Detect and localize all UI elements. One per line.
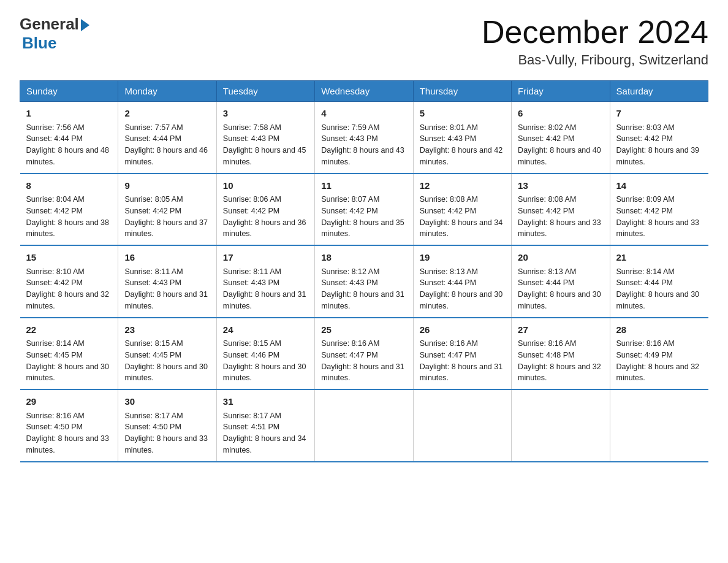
calendar-cell: 20Sunrise: 8:13 AMSunset: 4:44 PMDayligh… [512, 245, 610, 318]
day-number: 21 [616, 251, 702, 265]
calendar-cell: 30Sunrise: 8:17 AMSunset: 4:50 PMDayligh… [118, 389, 216, 462]
day-number: 1 [26, 107, 112, 121]
logo: General Blue [20, 15, 89, 53]
day-number: 26 [420, 323, 505, 337]
calendar-cell: 15Sunrise: 8:10 AMSunset: 4:42 PMDayligh… [20, 245, 118, 318]
calendar-cell: 10Sunrise: 8:06 AMSunset: 4:42 PMDayligh… [216, 174, 314, 246]
day-info: Sunrise: 8:13 AMSunset: 4:44 PMDaylight:… [420, 267, 503, 310]
day-info: Sunrise: 7:56 AMSunset: 4:44 PMDaylight:… [26, 123, 110, 166]
day-info: Sunrise: 8:16 AMSunset: 4:47 PMDaylight:… [420, 339, 503, 382]
day-number: 17 [223, 251, 308, 265]
day-info: Sunrise: 7:58 AMSunset: 4:43 PMDaylight:… [223, 123, 306, 166]
header-wednesday: Wednesday [315, 81, 413, 102]
day-info: Sunrise: 8:16 AMSunset: 4:48 PMDaylight:… [518, 339, 601, 382]
day-number: 31 [223, 395, 308, 409]
day-number: 9 [124, 179, 210, 193]
calendar-cell: 5Sunrise: 8:01 AMSunset: 4:43 PMDaylight… [413, 102, 511, 174]
calendar-cell [512, 389, 610, 462]
calendar-cell: 11Sunrise: 8:07 AMSunset: 4:42 PMDayligh… [315, 174, 413, 246]
calendar-cell: 6Sunrise: 8:02 AMSunset: 4:42 PMDaylight… [512, 102, 610, 174]
calendar-cell: 3Sunrise: 7:58 AMSunset: 4:43 PMDaylight… [216, 102, 314, 174]
logo-blue-text: Blue [22, 34, 56, 53]
day-number: 8 [26, 179, 112, 193]
day-info: Sunrise: 8:07 AMSunset: 4:42 PMDaylight:… [321, 195, 404, 238]
location-title: Bas-Vully, Fribourg, Switzerland [482, 52, 708, 68]
day-info: Sunrise: 8:10 AMSunset: 4:42 PMDaylight:… [26, 267, 110, 310]
day-number: 30 [124, 395, 210, 409]
day-number: 19 [420, 251, 505, 265]
week-row-1: 1Sunrise: 7:56 AMSunset: 4:44 PMDaylight… [20, 102, 708, 174]
month-title: December 2024 [482, 15, 708, 50]
calendar-cell [315, 389, 413, 462]
day-info: Sunrise: 8:06 AMSunset: 4:42 PMDaylight:… [223, 195, 306, 238]
day-info: Sunrise: 8:12 AMSunset: 4:43 PMDaylight:… [321, 267, 404, 310]
header-sunday: Sunday [20, 81, 118, 102]
week-row-3: 15Sunrise: 8:10 AMSunset: 4:42 PMDayligh… [20, 245, 708, 318]
calendar-cell: 13Sunrise: 8:08 AMSunset: 4:42 PMDayligh… [512, 174, 610, 246]
week-row-2: 8Sunrise: 8:04 AMSunset: 4:42 PMDaylight… [20, 174, 708, 246]
calendar-cell: 29Sunrise: 8:16 AMSunset: 4:50 PMDayligh… [20, 389, 118, 462]
day-info: Sunrise: 8:16 AMSunset: 4:47 PMDaylight:… [321, 339, 404, 382]
day-info: Sunrise: 7:59 AMSunset: 4:43 PMDaylight:… [321, 123, 404, 166]
day-info: Sunrise: 8:08 AMSunset: 4:42 PMDaylight:… [420, 195, 503, 238]
day-number: 15 [26, 251, 112, 265]
day-info: Sunrise: 8:15 AMSunset: 4:45 PMDaylight:… [124, 339, 208, 382]
day-info: Sunrise: 8:09 AMSunset: 4:42 PMDaylight:… [616, 195, 700, 238]
calendar-cell: 17Sunrise: 8:11 AMSunset: 4:43 PMDayligh… [216, 245, 314, 318]
day-number: 14 [616, 179, 702, 193]
calendar-cell: 21Sunrise: 8:14 AMSunset: 4:44 PMDayligh… [610, 245, 708, 318]
title-section: December 2024 Bas-Vully, Fribourg, Switz… [482, 15, 708, 68]
calendar-cell: 24Sunrise: 8:15 AMSunset: 4:46 PMDayligh… [216, 318, 314, 390]
day-number: 13 [518, 179, 603, 193]
calendar-cell: 22Sunrise: 8:14 AMSunset: 4:45 PMDayligh… [20, 318, 118, 390]
day-number: 23 [124, 323, 210, 337]
day-number: 7 [616, 107, 702, 121]
calendar-cell: 25Sunrise: 8:16 AMSunset: 4:47 PMDayligh… [315, 318, 413, 390]
day-number: 24 [223, 323, 308, 337]
calendar-cell: 4Sunrise: 7:59 AMSunset: 4:43 PMDaylight… [315, 102, 413, 174]
calendar-cell: 2Sunrise: 7:57 AMSunset: 4:44 PMDaylight… [118, 102, 216, 174]
day-info: Sunrise: 8:08 AMSunset: 4:42 PMDaylight:… [518, 195, 601, 238]
day-number: 6 [518, 107, 603, 121]
day-number: 4 [321, 107, 406, 121]
day-number: 5 [420, 107, 505, 121]
day-number: 22 [26, 323, 112, 337]
calendar-cell: 9Sunrise: 8:05 AMSunset: 4:42 PMDaylight… [118, 174, 216, 246]
day-number: 29 [26, 395, 112, 409]
calendar-cell: 1Sunrise: 7:56 AMSunset: 4:44 PMDaylight… [20, 102, 118, 174]
calendar-cell: 26Sunrise: 8:16 AMSunset: 4:47 PMDayligh… [413, 318, 511, 390]
day-info: Sunrise: 8:17 AMSunset: 4:50 PMDaylight:… [124, 412, 208, 454]
day-info: Sunrise: 8:14 AMSunset: 4:44 PMDaylight:… [616, 267, 700, 310]
day-info: Sunrise: 8:05 AMSunset: 4:42 PMDaylight:… [124, 195, 208, 238]
day-info: Sunrise: 8:16 AMSunset: 4:50 PMDaylight:… [26, 412, 110, 454]
day-info: Sunrise: 8:11 AMSunset: 4:43 PMDaylight:… [124, 267, 208, 310]
day-info: Sunrise: 8:15 AMSunset: 4:46 PMDaylight:… [223, 339, 306, 382]
day-number: 20 [518, 251, 603, 265]
day-number: 2 [124, 107, 210, 121]
calendar-cell [610, 389, 708, 462]
week-row-4: 22Sunrise: 8:14 AMSunset: 4:45 PMDayligh… [20, 318, 708, 390]
header-monday: Monday [118, 81, 216, 102]
header-thursday: Thursday [413, 81, 511, 102]
calendar-cell: 19Sunrise: 8:13 AMSunset: 4:44 PMDayligh… [413, 245, 511, 318]
day-info: Sunrise: 8:17 AMSunset: 4:51 PMDaylight:… [223, 412, 306, 454]
day-number: 16 [124, 251, 210, 265]
logo-general-text: General [20, 15, 79, 34]
day-number: 18 [321, 251, 406, 265]
day-info: Sunrise: 7:57 AMSunset: 4:44 PMDaylight:… [124, 123, 208, 166]
calendar-header-row: SundayMondayTuesdayWednesdayThursdayFrid… [20, 81, 708, 102]
day-number: 25 [321, 323, 406, 337]
calendar-cell: 7Sunrise: 8:03 AMSunset: 4:42 PMDaylight… [610, 102, 708, 174]
calendar-cell: 12Sunrise: 8:08 AMSunset: 4:42 PMDayligh… [413, 174, 511, 246]
header-friday: Friday [512, 81, 610, 102]
day-info: Sunrise: 8:01 AMSunset: 4:43 PMDaylight:… [420, 123, 503, 166]
calendar-cell: 31Sunrise: 8:17 AMSunset: 4:51 PMDayligh… [216, 389, 314, 462]
week-row-5: 29Sunrise: 8:16 AMSunset: 4:50 PMDayligh… [20, 389, 708, 462]
logo-arrow-icon [81, 19, 89, 31]
calendar-cell: 14Sunrise: 8:09 AMSunset: 4:42 PMDayligh… [610, 174, 708, 246]
day-info: Sunrise: 8:16 AMSunset: 4:49 PMDaylight:… [616, 339, 700, 382]
calendar-cell: 27Sunrise: 8:16 AMSunset: 4:48 PMDayligh… [512, 318, 610, 390]
calendar-cell: 18Sunrise: 8:12 AMSunset: 4:43 PMDayligh… [315, 245, 413, 318]
day-info: Sunrise: 8:13 AMSunset: 4:44 PMDaylight:… [518, 267, 601, 310]
calendar-cell [413, 389, 511, 462]
